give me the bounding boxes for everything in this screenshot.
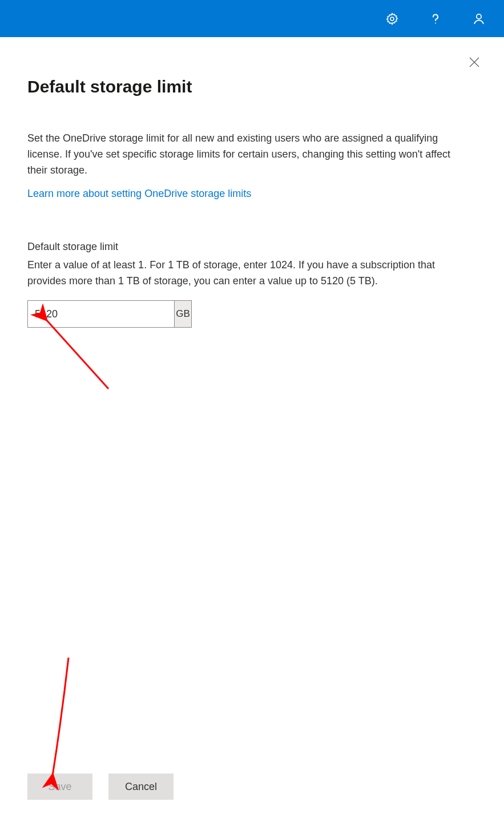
panel-footer: Save Cancel: [27, 773, 477, 834]
learn-more-link[interactable]: Learn more about setting OneDrive storag…: [27, 188, 477, 200]
storage-limit-input[interactable]: [28, 301, 174, 327]
help-icon[interactable]: [422, 5, 449, 33]
close-icon[interactable]: [465, 53, 483, 71]
annotation-arrow-save: [46, 655, 80, 783]
svg-point-2: [477, 14, 481, 18]
storage-limit-label: Default storage limit: [27, 241, 477, 253]
panel-description: Set the OneDrive storage limit for all n…: [27, 131, 461, 179]
save-button[interactable]: Save: [27, 773, 92, 800]
cancel-button[interactable]: Cancel: [108, 773, 174, 800]
settings-icon[interactable]: [378, 5, 406, 33]
app-header: [0, 0, 504, 37]
svg-point-1: [435, 22, 436, 23]
storage-limit-help: Enter a value of at least 1. For 1 TB of…: [27, 257, 461, 289]
storage-limit-input-group: GB: [27, 300, 192, 328]
storage-limit-unit: GB: [174, 301, 191, 327]
settings-panel: Default storage limit Set the OneDrive s…: [0, 37, 504, 834]
account-icon[interactable]: [465, 5, 493, 33]
svg-line-5: [46, 319, 108, 389]
svg-point-0: [390, 17, 394, 21]
panel-title: Default storage limit: [27, 77, 477, 96]
